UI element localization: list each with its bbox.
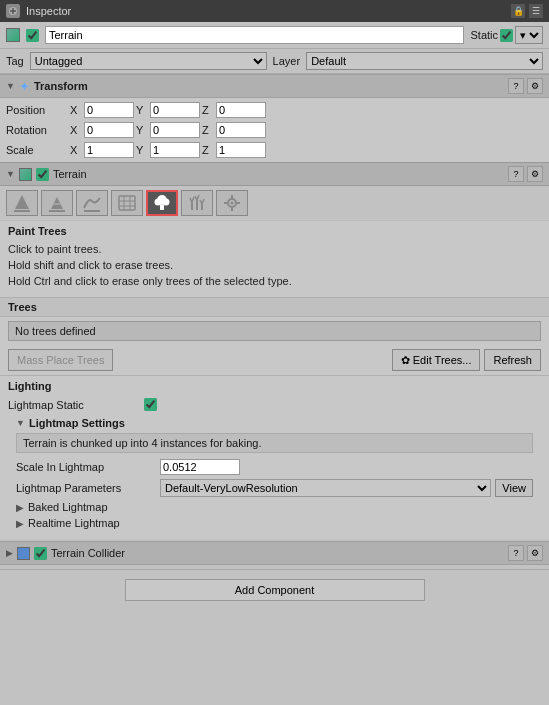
baked-lightmap-row: ▶ Baked Lightmap [16,499,533,515]
baked-arrow-icon[interactable]: ▶ [16,502,24,513]
rotation-y-field[interactable] [150,122,200,138]
paint-texture-btn[interactable] [111,190,143,216]
scale-lightmap-field[interactable] [160,459,240,475]
collider-enabled-checkbox[interactable] [34,547,47,560]
collider-gear-btn[interactable]: ⚙ [527,545,543,561]
title-bar-text: Inspector [26,5,71,17]
terrain-help-btn[interactable]: ? [508,166,524,182]
terrain-section-icons: ? ⚙ [508,166,543,182]
lightmap-settings-title: Lightmap Settings [29,417,125,429]
lightmap-info-box: Terrain is chunked up into 4 instances f… [16,433,533,453]
trees-header: Trees [0,298,549,317]
raise-lower-btn[interactable] [6,190,38,216]
no-trees-box: No trees defined [8,321,541,341]
trees-buttons: Mass Place Trees ✿ Edit Trees... Refresh [0,345,549,375]
position-xyz: X Y Z [70,102,543,118]
lightmap-static-row: Lightmap Static [8,396,541,413]
rotation-z-label: Z [202,124,214,136]
svg-point-17 [163,199,170,206]
terrain-collider-header: ▶ Terrain Collider ? ⚙ [0,541,549,565]
object-name-field[interactable] [45,26,464,44]
lightmap-params-select[interactable]: Default-VeryLowResolution [160,479,491,497]
smooth-btn[interactable] [76,190,108,216]
add-component-bar: Add Component [0,569,549,609]
position-y-label: Y [136,104,148,116]
refresh-btn[interactable]: Refresh [484,349,541,371]
transform-section-header: ▼ ✦ Transform ? ⚙ [0,74,549,98]
scale-z-field[interactable] [216,142,266,158]
object-enabled-checkbox[interactable] [26,29,39,42]
transform-icon: ✦ [19,79,30,94]
mass-place-trees-btn[interactable]: Mass Place Trees [8,349,113,371]
transform-collapse-icon[interactable]: ▼ [6,81,15,91]
menu-button[interactable]: ☰ [529,4,543,18]
trees-section: Trees No trees defined Mass Place Trees … [0,297,549,375]
svg-line-23 [197,195,199,200]
position-row: Position X Y Z [6,100,543,120]
scale-y-field[interactable] [150,142,200,158]
paint-details-btn[interactable] [181,190,213,216]
add-component-btn[interactable]: Add Component [125,579,425,601]
object-header: Static ▾ [0,22,549,49]
svg-line-20 [192,197,194,202]
svg-rect-8 [84,210,100,212]
position-y-field[interactable] [150,102,200,118]
svg-line-26 [202,199,204,204]
paint-height-btn[interactable] [41,190,73,216]
lightmap-settings-collapse-icon[interactable]: ▼ [16,418,25,428]
realtime-arrow-icon[interactable]: ▶ [16,518,24,529]
static-dropdown[interactable]: ▾ [515,26,543,44]
rotation-z-field[interactable] [216,122,266,138]
tag-select[interactable]: Untagged [30,52,267,70]
scale-lightmap-row: Scale In Lightmap [16,457,533,477]
baked-lightmap-label: Baked Lightmap [28,501,108,513]
svg-rect-6 [49,210,65,212]
transform-help-btn[interactable]: ? [508,78,524,94]
scale-xyz: X Y Z [70,142,543,158]
static-label: Static [470,29,498,41]
paint-trees-line1: Click to paint trees. [8,241,541,257]
view-btn[interactable]: View [495,479,533,497]
lightmap-params-row: Lightmap Parameters Default-VeryLowResol… [16,477,533,499]
rotation-x-field[interactable] [84,122,134,138]
position-z-field[interactable] [216,102,266,118]
edit-trees-btn[interactable]: ✿ Edit Trees... [392,349,481,371]
realtime-lightmap-row: ▶ Realtime Lightmap [16,515,533,531]
terrain-enabled-checkbox[interactable] [36,168,49,181]
transform-section: Position X Y Z Rotation X Y Z [0,98,549,162]
lightmap-settings-header: ▼ Lightmap Settings [16,417,533,429]
layer-label: Layer [273,55,301,67]
title-bar: Inspector 🔒 ☰ [0,0,549,22]
title-bar-controls: 🔒 ☰ [511,4,543,18]
svg-marker-5 [51,197,63,209]
paint-trees-line3: Hold Ctrl and click to erase only trees … [8,273,541,289]
paint-trees-line2: Hold shift and click to erase trees. [8,257,541,273]
static-group: Static ▾ [470,26,543,44]
lighting-header: Lighting [8,380,541,392]
terrain-settings-btn[interactable] [216,190,248,216]
paint-trees-description: Paint Trees Click to paint trees. Hold s… [0,220,549,297]
rotation-row: Rotation X Y Z [6,120,543,140]
terrain-title: Terrain [53,168,87,180]
collider-icon [17,547,30,560]
layer-select[interactable]: Default [306,52,543,70]
position-label: Position [6,104,66,116]
svg-rect-9 [119,196,135,210]
static-checkbox[interactable] [500,29,513,42]
lightmap-static-checkbox[interactable] [144,398,157,411]
lock-button[interactable]: 🔒 [511,4,525,18]
svg-point-16 [155,199,162,206]
paint-trees-btn[interactable] [146,190,178,216]
scale-x-field[interactable] [84,142,134,158]
terrain-collapse-icon[interactable]: ▼ [6,169,15,179]
inspector-icon [6,4,20,18]
lighting-section: Lighting Lightmap Static ▼ Lightmap Sett… [0,375,549,539]
position-x-field[interactable] [84,102,134,118]
lightmap-params-label: Lightmap Parameters [16,482,156,494]
collider-collapse-icon[interactable]: ▶ [6,548,13,558]
collider-section-icons: ? ⚙ [508,545,543,561]
collider-help-btn[interactable]: ? [508,545,524,561]
terrain-gear-btn[interactable]: ⚙ [527,166,543,182]
scale-row: Scale X Y Z [6,140,543,160]
transform-gear-btn[interactable]: ⚙ [527,78,543,94]
